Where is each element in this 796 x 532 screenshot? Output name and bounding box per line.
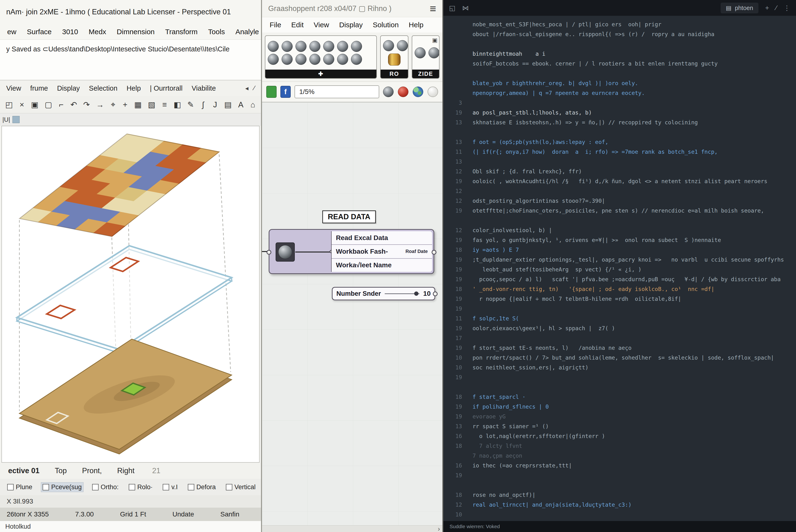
output-port[interactable] xyxy=(432,250,437,255)
zoom-level-input[interactable]: 1/5% xyxy=(295,86,379,98)
open-file-icon[interactable] xyxy=(266,86,277,98)
rhino-menu-item[interactable]: Medx xyxy=(89,28,106,36)
rhino-menu-item[interactable]: Transform xyxy=(165,28,198,36)
rhino-menu-item[interactable]: Surface xyxy=(27,28,52,36)
palette-tab-label[interactable]: ZIDE xyxy=(412,70,439,78)
rhino-menu-item[interactable]: Tools xyxy=(208,28,225,36)
toolbar-icon[interactable]: A xyxy=(238,100,244,109)
layer-color-swatch[interactable] xyxy=(13,116,20,123)
toolbar-icon[interactable]: ▤ xyxy=(224,100,232,109)
rhino-menu2-item[interactable]: Display xyxy=(57,84,80,92)
status-cell[interactable]: Grid 1 Ft xyxy=(120,511,146,518)
panel-layout-icon[interactable]: ◱ xyxy=(449,4,455,12)
save-file-icon[interactable]: f xyxy=(280,86,291,98)
toolbar-icon[interactable]: ▦ xyxy=(134,100,142,109)
status-cell[interactable]: Sanfin xyxy=(220,511,239,518)
number-slider[interactable]: Number Snder 10 xyxy=(332,287,435,300)
checkbox-icon[interactable] xyxy=(163,484,169,490)
toolbar-icon[interactable]: ∫ xyxy=(200,100,206,109)
checkbox-icon[interactable] xyxy=(188,484,194,490)
osnap-toggle[interactable]: Rolo· xyxy=(127,482,154,492)
checkbox-icon[interactable] xyxy=(7,484,14,490)
horizontal-scrollbar[interactable]: › xyxy=(262,525,442,532)
globe-icon[interactable] xyxy=(413,87,423,97)
rhino-viewport[interactable] xyxy=(1,126,260,463)
component-row[interactable]: Workbaok Fash- Roaf Date xyxy=(332,245,432,259)
read-excel-component[interactable]: Read Excal Data Workbaok Fash- Roaf Date… xyxy=(269,229,434,274)
component-sphere-icon[interactable] xyxy=(323,54,334,65)
viewport-tab[interactable]: Right xyxy=(117,467,134,475)
rhino-menu2-item[interactable]: Viabilite xyxy=(192,84,216,92)
component-sphere-icon[interactable] xyxy=(383,40,394,51)
scroll-right-icon[interactable]: › xyxy=(438,525,440,532)
rhino-menu2-item[interactable]: frume xyxy=(30,84,48,92)
rhino-command-area[interactable]: y Saved as ⊂Udess\tand\Desktop\Intesecti… xyxy=(0,40,261,80)
plus-icon[interactable]: ✚ xyxy=(318,71,323,77)
component-sphere-icon[interactable] xyxy=(337,41,348,52)
rhino-menu2-item[interactable]: Help xyxy=(127,84,141,92)
component-icon-box[interactable] xyxy=(276,243,295,262)
status-cell[interactable]: 7.3.00 xyxy=(75,511,94,518)
slider-knob[interactable] xyxy=(414,291,419,296)
status-cell[interactable]: Undate xyxy=(172,511,194,518)
grasshopper-menu-item[interactable]: Edit xyxy=(291,21,303,29)
osnap-toggle[interactable]: Defora xyxy=(186,482,217,492)
component-sphere-icon[interactable] xyxy=(414,48,426,58)
component-sphere-icon[interactable] xyxy=(295,41,307,52)
component-sphere-icon[interactable] xyxy=(282,54,293,65)
hamburger-menu-icon[interactable]: ≡ xyxy=(430,3,436,14)
component-sphere-icon[interactable] xyxy=(323,41,334,52)
toolbar-icon[interactable]: ↶ xyxy=(70,100,77,109)
component-sphere-icon[interactable] xyxy=(351,41,362,52)
checkbox-icon[interactable] xyxy=(226,484,232,490)
chevron-icon[interactable]: ∕ xyxy=(254,84,255,92)
component-sphere-icon[interactable] xyxy=(295,54,307,65)
rhino-menu2-item[interactable]: | Ourrtorall xyxy=(150,84,183,92)
toolbar-icon[interactable]: ≡ xyxy=(162,100,167,109)
checkbox-icon[interactable] xyxy=(129,484,135,490)
grasshopper-menu-item[interactable]: Help xyxy=(409,21,424,29)
chevron-icon[interactable]: ◂ xyxy=(245,84,248,92)
barrel-component-icon[interactable] xyxy=(388,54,401,65)
toolbar-icon[interactable]: ▣ xyxy=(31,100,38,109)
component-sphere-icon[interactable] xyxy=(268,41,279,52)
split-editor-icon[interactable]: ∕ xyxy=(776,4,777,12)
component-sphere-icon[interactable] xyxy=(397,40,408,51)
blank-preview-icon[interactable] xyxy=(428,87,438,97)
toolbar-icon[interactable]: ✎ xyxy=(187,100,194,109)
input-port[interactable] xyxy=(266,250,271,255)
slider-track[interactable] xyxy=(385,293,420,294)
grasshopper-canvas[interactable]: READ DATA Read Excal Data xyxy=(262,102,442,525)
grasshopper-menu-item[interactable]: File xyxy=(270,21,281,29)
component-sphere-icon[interactable] xyxy=(309,54,320,65)
more-options-icon[interactable]: ⋮ xyxy=(783,4,790,12)
component-sphere-icon[interactable] xyxy=(309,41,320,52)
rhino-menu-item[interactable]: Analyle xyxy=(236,28,259,36)
new-tab-icon[interactable]: + xyxy=(765,4,769,12)
viewport-tab[interactable]: Pront, xyxy=(82,467,102,475)
toolbar-icon[interactable]: ◧ xyxy=(174,100,181,109)
component-sphere-icon[interactable] xyxy=(268,54,279,65)
palette-band[interactable]: ✚ xyxy=(265,70,376,78)
slider-output-port[interactable] xyxy=(433,291,438,296)
viewport-tab[interactable]: ective 01 xyxy=(8,467,39,475)
grid-icon[interactable]: ▣ xyxy=(432,37,438,43)
checkbox-icon[interactable] xyxy=(42,484,49,490)
osnap-toggle[interactable]: Plune xyxy=(6,482,34,492)
layer-tab-label[interactable]: |U| xyxy=(2,116,10,124)
component-sphere-icon[interactable] xyxy=(337,54,348,65)
toolbar-icon[interactable]: ⌐ xyxy=(58,100,64,109)
toolbar-icon[interactable]: ◰ xyxy=(5,100,13,109)
grasshopper-menu-item[interactable]: View xyxy=(314,21,329,29)
component-sphere-icon[interactable] xyxy=(428,48,440,58)
record-icon[interactable] xyxy=(398,87,408,97)
rhino-menu-item[interactable]: ew xyxy=(7,28,16,36)
osnap-toggle[interactable]: v.I xyxy=(161,482,179,492)
toolbar-icon[interactable]: × xyxy=(19,100,25,109)
toolbar-icon[interactable]: ▢ xyxy=(45,100,52,109)
toolbar-icon[interactable]: ⌖ xyxy=(110,100,116,109)
component-row[interactable]: Read Excal Data xyxy=(332,231,432,245)
rhino-menu-item[interactable]: Dimnension xyxy=(117,28,154,36)
osnap-toggle[interactable]: Vertical xyxy=(224,482,257,492)
grasshopper-menu-item[interactable]: Solution xyxy=(373,21,399,29)
